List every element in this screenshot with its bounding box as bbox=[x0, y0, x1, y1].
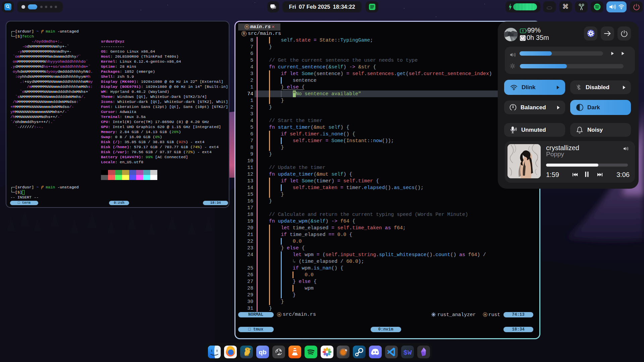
svg-text:$W: $W bbox=[403, 349, 412, 357]
svg-text:R: R bbox=[243, 32, 246, 36]
svg-text:R: R bbox=[246, 25, 248, 28]
svg-text:R: R bbox=[484, 313, 486, 316]
svg-text:R: R bbox=[278, 313, 280, 316]
svg-text:qb: qb bbox=[259, 349, 266, 356]
